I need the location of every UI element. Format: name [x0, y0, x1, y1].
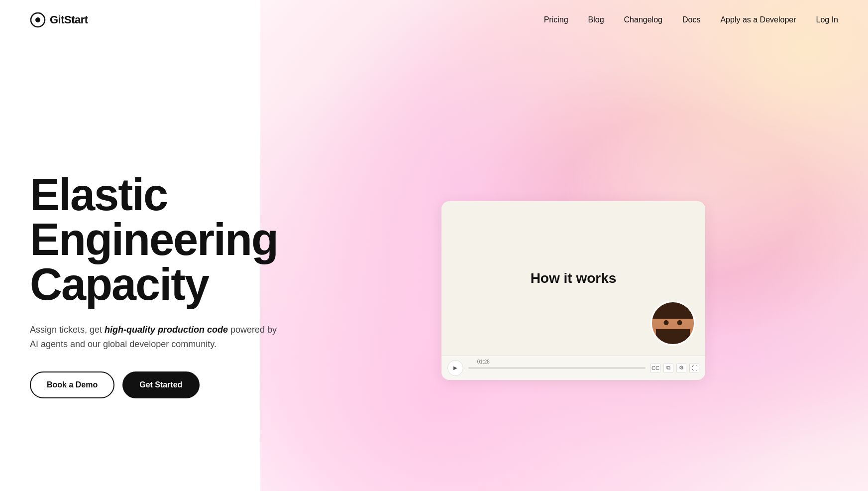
play-button[interactable]: ▶ [447, 360, 463, 376]
nav-links: Pricing Blog Changelog Docs Apply as a D… [544, 15, 838, 24]
hero-cta-buttons: Book a Demo Get Started [30, 371, 279, 398]
progress-track [468, 367, 646, 369]
avatar-eyes [659, 320, 687, 326]
hero-video-area: How it works [309, 191, 838, 380]
captions-button[interactable]: CC [651, 363, 660, 373]
nav-item-pricing[interactable]: Pricing [544, 15, 568, 24]
nav-item-apply[interactable]: Apply as a Developer [720, 15, 796, 24]
nav-link-changelog[interactable]: Changelog [624, 15, 662, 24]
nav-link-pricing[interactable]: Pricing [544, 15, 568, 24]
play-icon: ▶ [453, 365, 457, 370]
hero-description-prefix: Assign tickets, get [30, 325, 105, 335]
pip-button[interactable]: ⧉ [663, 363, 673, 373]
book-demo-button[interactable]: Book a Demo [30, 371, 114, 398]
nav-link-apply[interactable]: Apply as a Developer [720, 15, 796, 24]
fullscreen-button[interactable]: ⛶ [689, 363, 699, 373]
video-main-area: How it works [441, 201, 705, 356]
hero-title: Elastic Engineering Capacity [30, 172, 279, 307]
logo-icon [30, 12, 46, 28]
hero-title-line1: Elastic [30, 170, 167, 220]
video-title: How it works [531, 270, 617, 286]
nav-link-login[interactable]: Log In [816, 15, 838, 24]
nav-item-changelog[interactable]: Changelog [624, 15, 662, 24]
avatar-beard [656, 329, 689, 344]
nav-item-blog[interactable]: Blog [588, 15, 604, 24]
logo-link[interactable]: GitStart [30, 12, 88, 28]
video-avatar [651, 301, 695, 346]
progress-bar-container[interactable]: 01:28 [468, 367, 646, 369]
nav-item-docs[interactable]: Docs [682, 15, 700, 24]
avatar-hair [652, 302, 694, 319]
hero-title-line3: Capacity [30, 259, 209, 309]
svg-point-1 [35, 17, 40, 22]
hero-title-line2: Engineering [30, 215, 278, 264]
navbar: GitStart Pricing Blog Changelog Docs App… [0, 0, 868, 40]
nav-item-login[interactable]: Log In [816, 15, 838, 24]
hero-section: Elastic Engineering Capacity Assign tick… [0, 40, 868, 491]
video-card: How it works [441, 201, 705, 380]
nav-link-blog[interactable]: Blog [588, 15, 604, 24]
avatar-face [652, 302, 694, 344]
brand-name: GitStart [50, 13, 88, 26]
control-icons: CC ⧉ ⚙ ⛶ [651, 363, 699, 373]
settings-button[interactable]: ⚙ [676, 363, 686, 373]
hero-description-bold: high-quality production code [105, 325, 228, 335]
svg-point-3 [677, 320, 682, 325]
svg-point-2 [664, 320, 669, 325]
video-timestamp: 01:28 [477, 359, 490, 365]
hero-content: Elastic Engineering Capacity Assign tick… [30, 172, 279, 398]
video-controls: ▶ 01:28 CC ⧉ ⚙ ⛶ [441, 356, 705, 380]
hero-description: Assign tickets, get high-quality product… [30, 323, 279, 352]
nav-link-docs[interactable]: Docs [682, 15, 700, 24]
get-started-button[interactable]: Get Started [122, 371, 199, 398]
